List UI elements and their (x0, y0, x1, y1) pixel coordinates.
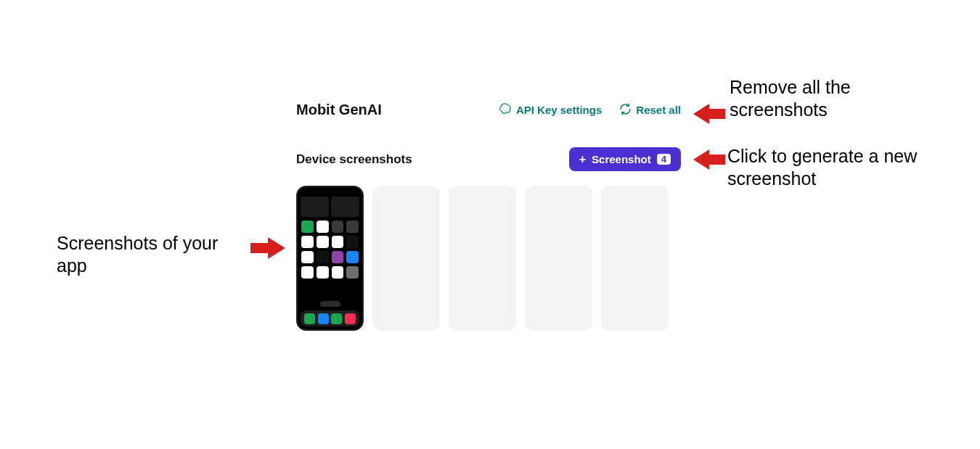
panel-title: Mobit GenAI (296, 102, 382, 118)
panel-header: Mobit GenAI API Key settings (296, 102, 681, 118)
phone-dock-icon (318, 313, 329, 324)
phone-app-icon (346, 266, 359, 279)
phone-app-icon (332, 251, 344, 263)
phone-app-icon (332, 266, 344, 279)
phone-app-icon (317, 236, 329, 248)
phone-statusbar (301, 190, 359, 194)
reset-all-label: Reset all (636, 104, 681, 116)
phone-app-icon (346, 221, 359, 233)
phone-app-icon (301, 236, 314, 248)
arrow-icon (693, 104, 725, 124)
screenshot-placeholder[interactable] (601, 186, 669, 331)
section-label: Device screenshots (296, 152, 412, 167)
phone-app-icon (301, 266, 314, 279)
phone-app-grid (301, 219, 359, 297)
svg-marker-1 (693, 104, 725, 124)
arrow-icon (693, 149, 725, 170)
screenshot-thumbnails (296, 186, 681, 331)
screenshot-count-badge: 4 (657, 154, 671, 165)
reset-all-button[interactable]: Reset all (619, 103, 681, 118)
svg-marker-2 (693, 149, 725, 170)
reset-icon (619, 103, 632, 118)
plus-icon: + (579, 154, 586, 165)
screenshot-button-label: Screenshot (592, 153, 651, 165)
screenshot-placeholder[interactable] (372, 186, 440, 331)
annotation-bottom-right: Click to generate a new screenshot (727, 145, 931, 191)
phone-app-icon (317, 266, 329, 279)
screenshot-placeholder[interactable] (525, 186, 592, 331)
phone-dock (301, 310, 359, 326)
screenshot-placeholder[interactable] (449, 186, 516, 331)
phone-app-icon (346, 251, 359, 263)
phone-app-icon (332, 221, 344, 233)
phone-dock-icon (304, 313, 315, 324)
screenshot-thumbnail[interactable] (296, 186, 364, 331)
phone-app-icon (301, 251, 314, 263)
genai-panel: Mobit GenAI API Key settings (296, 102, 681, 331)
svg-marker-0 (250, 237, 285, 259)
api-key-settings-label: API Key settings (516, 104, 602, 116)
phone-search-pill (320, 301, 340, 307)
phone-widgets (301, 197, 359, 217)
phone-app-icon (301, 221, 314, 233)
annotation-top-right: Remove all the screenshots (730, 76, 918, 122)
phone-app-icon (317, 251, 329, 263)
header-actions: API Key settings Reset all (499, 102, 681, 118)
arrow-icon (250, 237, 285, 259)
phone-dock-icon (331, 313, 342, 324)
annotation-left: Screenshots of your app (57, 232, 238, 278)
section-header: Device screenshots + Screenshot 4 (296, 147, 681, 171)
api-key-settings-button[interactable]: API Key settings (499, 102, 602, 118)
phone-dock-icon (345, 313, 356, 324)
phone-app-icon (332, 236, 344, 248)
openai-icon (499, 102, 512, 118)
add-screenshot-button[interactable]: + Screenshot 4 (569, 147, 681, 171)
phone-app-icon (317, 221, 329, 233)
phone-app-icon (346, 236, 359, 248)
